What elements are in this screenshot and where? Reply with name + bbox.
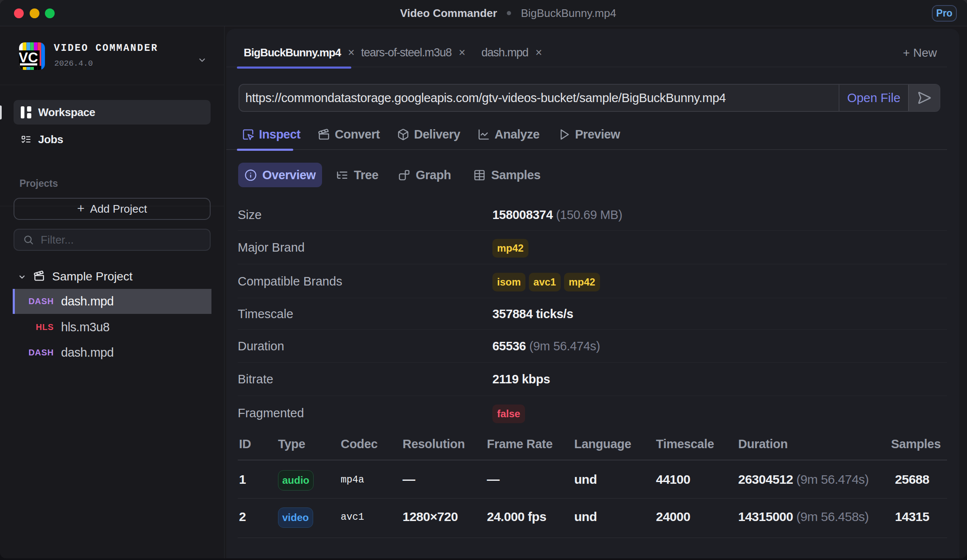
svg-text:VC: VC	[19, 50, 38, 65]
